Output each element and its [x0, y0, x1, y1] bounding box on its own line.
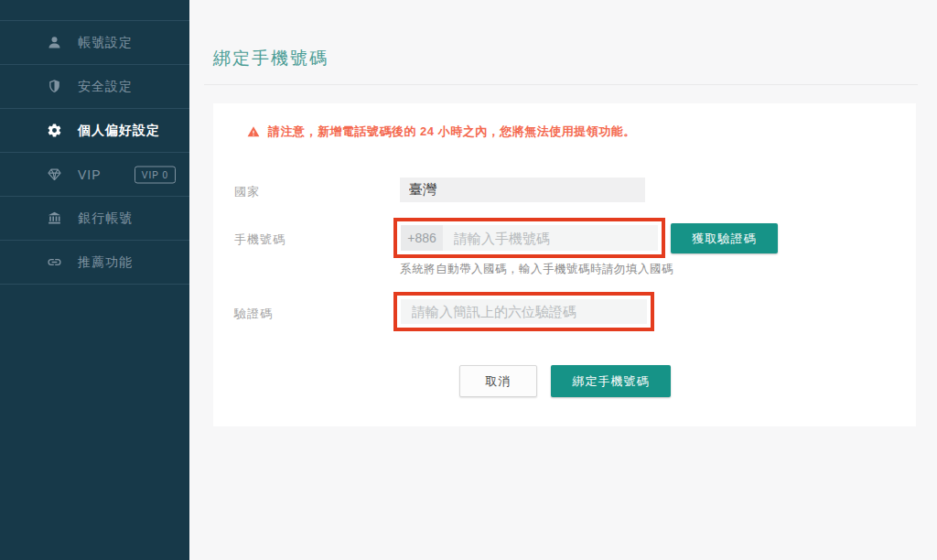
bank-icon — [47, 210, 62, 226]
warning-message: 請注意，新增電話號碼後的 24 小時之內，您將無法使用提領功能。 — [247, 124, 636, 140]
main-content: 綁定手機號碼 請注意，新增電話號碼後的 24 小時之內，您將無法使用提領功能。 … — [189, 0, 937, 560]
bind-phone-card: 請注意，新增電話號碼後的 24 小時之內，您將無法使用提領功能。 國家 手機號碼… — [213, 103, 916, 426]
code-input-group — [401, 299, 647, 324]
sidebar-item-label: 推薦功能 — [78, 254, 133, 271]
warning-text: 請注意，新增電話號碼後的 24 小時之內，您將無法使用提領功能。 — [268, 124, 636, 140]
sidebar-item-referral[interactable]: 推薦功能 — [0, 241, 189, 285]
gem-icon — [47, 167, 62, 182]
link-icon — [47, 254, 62, 270]
sidebar-item-preferences[interactable]: 個人偏好設定 — [0, 109, 189, 153]
user-icon — [47, 35, 62, 50]
shield-icon — [47, 79, 62, 94]
sidebar-item-label: 個人偏好設定 — [78, 123, 160, 139]
vip-level-badge: VIP 0 — [135, 166, 176, 183]
country-input[interactable] — [400, 178, 645, 202]
code-input[interactable] — [401, 299, 647, 324]
sidebar-item-bank-account[interactable]: 銀行帳號 — [0, 197, 189, 241]
country-code-prefix: +886 — [401, 225, 443, 251]
get-code-button[interactable]: 獲取驗證碼 — [671, 223, 778, 253]
cancel-button[interactable]: 取消 — [459, 365, 537, 397]
sidebar-item-vip[interactable]: VIP VIP 0 — [0, 153, 189, 197]
gear-icon — [47, 123, 62, 138]
country-label: 國家 — [234, 184, 260, 200]
sidebar-item-security-settings[interactable]: 安全設定 — [0, 65, 189, 109]
code-label: 驗證碼 — [234, 306, 273, 322]
sidebar-item-label: 銀行帳號 — [78, 210, 133, 227]
title-divider — [204, 84, 918, 85]
phone-input-group: +886 — [401, 225, 658, 251]
phone-input[interactable] — [443, 225, 658, 251]
phone-hint: 系統將自動帶入國碼，輸入手機號碼時請勿填入國碼 — [400, 262, 673, 277]
sidebar: 帳號設定 安全設定 個人偏好設定 VIP VIP 0 銀行帳號 推薦功能 — [0, 0, 189, 560]
phone-label: 手機號碼 — [234, 232, 285, 248]
phone-annotation-box: +886 — [393, 218, 665, 258]
sidebar-item-account-settings[interactable]: 帳號設定 — [0, 21, 189, 65]
sidebar-item-label: 帳號設定 — [78, 35, 133, 51]
sidebar-item-label: VIP — [78, 167, 102, 182]
sidebar-item-label: 安全設定 — [78, 79, 133, 95]
page-title: 綁定手機號碼 — [213, 47, 937, 70]
sidebar-header — [0, 0, 189, 21]
warning-icon — [247, 125, 261, 138]
bind-phone-button[interactable]: 綁定手機號碼 — [551, 365, 671, 397]
code-annotation-box — [393, 292, 654, 331]
